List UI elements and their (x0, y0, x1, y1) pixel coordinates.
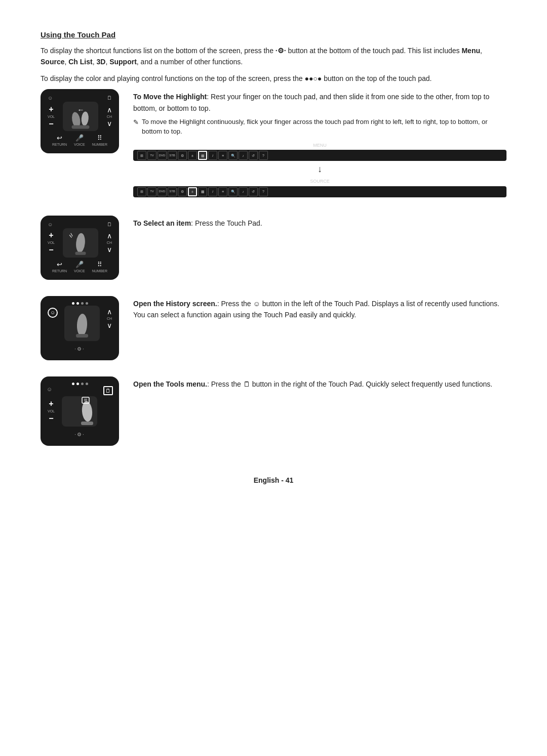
ch-up-3: ∧ (107, 308, 112, 316)
mi-refresh: ↺ (249, 151, 258, 160)
si-help: ? (259, 187, 268, 196)
remote-clock-icon-2: ☺ (48, 222, 53, 227)
dot-4-2 (76, 383, 79, 385)
remote-shortcut-dots-4: ·⚙· (74, 432, 85, 437)
mi-tv: TV (147, 151, 157, 160)
remote-tools-icon: 🗒 (107, 95, 112, 101)
si-search: 🔍 (228, 187, 238, 196)
si-stb: STB (168, 187, 177, 196)
svg-line-6 (71, 233, 73, 236)
mi-plus: ± (188, 151, 197, 160)
number-button-2: ⠿ NUMBER (92, 261, 107, 273)
remote-status-dots (45, 300, 115, 306)
si-tv-in: ⊞ (137, 187, 146, 196)
si-list: ≡ (218, 187, 227, 196)
vol-plus-4: + (49, 399, 53, 408)
finger-history-svg (64, 306, 100, 341)
vol-plus-2: + (49, 231, 53, 240)
ch-down: ∨ (107, 119, 112, 128)
ch-down-2: ∨ (107, 245, 112, 254)
finger-tools-svg (62, 396, 97, 427)
remote-illustration-2: ☺ 🗒 + VOL − ∧ CH (41, 216, 119, 280)
dot-3 (81, 302, 84, 305)
mi-list: ≡ (218, 151, 227, 160)
si-plus-selected: ± (188, 187, 197, 196)
move-highlight-label: To Move the Highlight (133, 93, 207, 101)
dot-1 (72, 302, 74, 305)
remote-clock-icon: ☺ (48, 95, 53, 101)
select-item-label: To Select an item (133, 219, 191, 227)
mi-search: 🔍 (228, 151, 238, 160)
select-item-text: To Select an item: Press the Touch Pad. (133, 216, 506, 229)
si-tv: TV (147, 187, 157, 196)
svg-line-5 (70, 235, 72, 237)
mi-grid-selected: ▦ (198, 151, 207, 160)
svg-point-3 (75, 233, 86, 253)
si-audio: ♪ (239, 187, 248, 196)
return-button-2: ↩ RETURN (52, 261, 67, 273)
move-highlight-note: ✎ To move the Highlight continuously, fl… (133, 117, 506, 137)
page-footer: English - 41 (41, 476, 506, 484)
return-button: ↩ RETURN (52, 134, 67, 146)
dot-4-3 (81, 383, 84, 385)
history-screen-text: Open the History screen.: Press the ☺ bu… (133, 296, 506, 321)
dot-4 (86, 302, 88, 305)
svg-point-7 (76, 313, 88, 336)
arrow-down-icon: ↓ (133, 162, 506, 177)
clock-icon-4: ☺ (47, 386, 52, 392)
si-grid: ▦ (198, 187, 207, 196)
ch-up-2: ∧ (107, 232, 112, 240)
svg-rect-10 (81, 422, 93, 425)
mi-dvd: DVD (158, 151, 167, 160)
section-title: Using the Touch Pad (41, 30, 506, 39)
svg-point-9 (81, 401, 93, 422)
ch-label-3: CH (107, 317, 112, 320)
history-btn-highlighted: ☺ (48, 308, 58, 318)
remote-tools-icon-2: 🗒 (107, 222, 112, 227)
tools-menu-text: Open the Tools menu.: Press the 🗒 button… (133, 376, 506, 390)
voice-button: 🎤 VOICE (74, 134, 85, 146)
vol-minus-4: − (49, 414, 53, 423)
vol-minus-2: − (49, 245, 53, 255)
dot-4-4 (86, 383, 88, 385)
intro-paragraph-1: To display the shortcut functions list o… (41, 45, 506, 68)
page-number: English - 41 (254, 476, 294, 484)
si-refresh: ↺ (249, 187, 258, 196)
dot-4-1 (72, 383, 74, 385)
history-label: Open the History screen. (133, 300, 217, 308)
dot-2 (76, 302, 79, 305)
remote-shortcut-dots: ·⚙· (74, 346, 85, 352)
si-gear: ⚙ (178, 187, 187, 196)
remote-illustration-3: ☺ ∧ CH ∨ ·⚙· (41, 296, 119, 360)
svg-rect-4 (75, 251, 86, 255)
section-history: ☺ ∧ CH ∨ ·⚙· Open the History screen.: P… (41, 296, 506, 360)
vol-label-2: VOL (48, 241, 55, 244)
ch-up: ∧ (107, 106, 112, 114)
ch-down-3: ∨ (107, 321, 112, 329)
section-tools: ☺ 🗒 + VOL − ·⚙· (41, 376, 506, 446)
finger-press-svg (63, 228, 98, 258)
move-highlight-text: To Move the Highlight: Rest your finger … (133, 89, 506, 199)
ch-label: CH (107, 115, 112, 118)
vol-label: VOL (48, 115, 55, 118)
remote-status-dots-4 (45, 381, 115, 386)
remote-illustration-4: ☺ 🗒 + VOL − ·⚙· (41, 376, 119, 446)
tools-btn-highlighted: 🗒 (103, 386, 113, 395)
vol-minus: − (49, 119, 53, 129)
ch-label-2: CH (107, 241, 112, 244)
si-dvd: DVD (158, 187, 167, 196)
section-move-highlight: ☺ 🗒 + VOL − ← ∧ (41, 89, 506, 199)
si-info: i (208, 187, 217, 196)
vol-plus: + (49, 105, 53, 114)
svg-rect-8 (76, 334, 88, 338)
mi-audio: ♪ (239, 151, 248, 160)
mi-stb: STB (168, 151, 177, 160)
mi-gear: ⚙ (178, 151, 187, 160)
mi-tv-in: ⊞ (137, 151, 146, 160)
remote-illustration-1: ☺ 🗒 + VOL − ← ∧ (41, 89, 119, 153)
section-select-item: ☺ 🗒 + VOL − ∧ CH (41, 216, 506, 280)
menu-bar-illustration: MENU ⊞ TV DVD STB ⚙ ± ▦ i ≡ 🔍 ♪ ↺ ? ↓ SO… (133, 142, 506, 197)
intro-paragraph-2: To display the color and playing control… (41, 73, 506, 84)
mi-help: ? (259, 151, 268, 160)
voice-button-2: 🎤 VOICE (74, 261, 85, 273)
